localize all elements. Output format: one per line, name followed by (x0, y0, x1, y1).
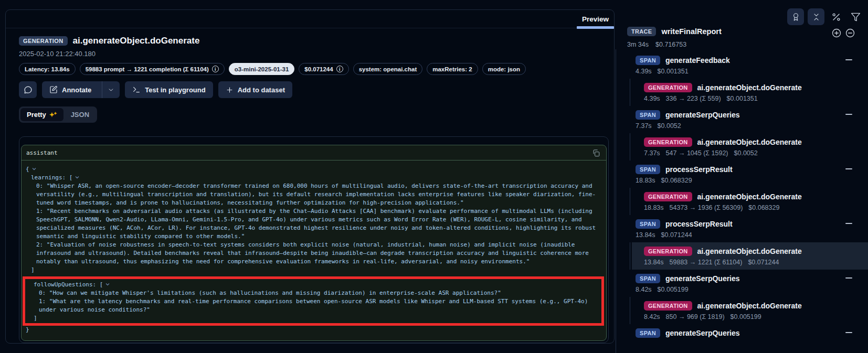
annotate-dropdown-button[interactable] (102, 81, 120, 98)
observation-type-badge: GENERATION (644, 192, 692, 201)
code-line: learnings: [ (26, 174, 601, 182)
trace-tree-row[interactable]: SPANprocessSerpResult18.83s$0.068329 (613, 161, 868, 188)
trace-tree-row[interactable]: SPANprocessSerpResult13.84s$0.071244 (613, 215, 868, 242)
observation-type-badge: GENERATION (644, 301, 692, 311)
code-text: 2: "Evaluation of noise robustness in sp… (36, 241, 592, 265)
output-container: assistant {learnings: [0: "Whisper ASR, … (19, 136, 609, 343)
copy-icon[interactable] (592, 149, 600, 157)
code-line: ] (28, 314, 598, 323)
observation-type-badge: GENERATION (19, 36, 68, 46)
collapse-chevron-icon[interactable] (75, 175, 80, 180)
show-metrics-button[interactable] (828, 9, 844, 25)
tab-preview[interactable]: Preview (577, 10, 614, 28)
meta-badge: $0.071244i (299, 63, 348, 75)
annotate-split-button: Annotate (42, 81, 120, 98)
badge-label: o3-mini-2025-01-31 (235, 66, 289, 72)
trace-tree-row[interactable]: SPANgenerateFeedback4.39s$0.001351 (613, 51, 868, 79)
observation-metrics: 13.84s$0.071244 (636, 231, 868, 239)
expand-all-button[interactable] (831, 28, 842, 38)
code-text: } (26, 326, 29, 333)
badge-label: Latency: 13.84s (25, 66, 70, 72)
observation-metrics: 4.39s336 → 223 (Σ 559)$0.001351 (644, 95, 868, 103)
observation-name: generateSerpQueries (665, 274, 740, 283)
meta-badge: system: openai.chat (353, 63, 423, 75)
collapse-row-button[interactable] (845, 277, 852, 279)
trace-root-row[interactable]: TRACE writeFinalReport (627, 27, 722, 36)
observation-type-badge: GENERATION (644, 137, 692, 147)
trace-tree-row[interactable]: GENERATIONai.generateObject.doGenerate7.… (613, 133, 868, 161)
observation-cost: $0.005199 (658, 286, 689, 294)
trace-tree-row[interactable]: GENERATIONai.generateObject.doGenerate8.… (613, 297, 868, 324)
observation-cost: $0.001351 (658, 68, 689, 76)
observation-duration: 7.37s (636, 122, 652, 130)
observation-duration: 13.84s (636, 231, 655, 239)
observation-type-badge: SPAN (636, 165, 660, 174)
observation-duration: 4.39s (644, 95, 660, 103)
sparkles-icon: ✦✦ (49, 112, 57, 118)
collapse-row-button[interactable] (845, 59, 852, 60)
trace-tree-row[interactable]: SPANgenerateSerpQueries8.42s$0.005199 (613, 270, 868, 297)
info-icon[interactable]: i (336, 66, 343, 72)
code-text: 0: "How can we mitigate Whisper's limita… (39, 290, 501, 296)
trace-tree-row[interactable]: SPANgenerateSerpQueries7.37s$0.0052 (613, 106, 868, 133)
sidebar-toolbar (787, 8, 863, 25)
meta-badge: maxRetries: 2 (427, 63, 478, 75)
observation-metrics: 13.84s59883 → 1221 (Σ 61104)$0.071244 (644, 259, 868, 266)
observation-name: generateSerpQueries (665, 329, 740, 337)
comment-button[interactable] (19, 81, 37, 98)
observation-metrics: 7.37s$0.0052 (636, 122, 868, 130)
trace-tree-sidebar: TRACE writeFinalReport 3m 34s $0.716753 … (613, 0, 868, 353)
trace-tree-row[interactable]: GENERATIONai.generateObject.doGenerate13… (613, 242, 868, 270)
collapse-row-button[interactable] (845, 332, 852, 333)
code-text: { (26, 166, 29, 173)
observation-name: ai.generateObject.doGenerate (697, 138, 802, 146)
observation-cost: $0.0052 (734, 149, 758, 157)
observation-name: ai.generateObject.doGenerate (697, 247, 802, 255)
observation-cost: $0.068329 (748, 204, 779, 212)
assistant-message-box: assistant {learnings: [0: "Whisper ASR, … (21, 145, 607, 341)
info-icon[interactable]: i (212, 66, 219, 72)
collapse-row-button[interactable] (845, 223, 852, 224)
filter-button[interactable] (848, 9, 863, 25)
badge-label: mode: json (488, 66, 520, 72)
observation-metrics: 8.42s850 → 969 (Σ 1819)$0.005199 (644, 313, 868, 321)
trace-badge: TRACE (627, 27, 656, 36)
code-text: 1: "Recent benchmarks on adversarial aud… (36, 208, 599, 240)
annotate-button[interactable]: Annotate (42, 81, 98, 98)
collapse-row-button[interactable] (845, 168, 852, 169)
observation-duration: 7.37s (644, 149, 660, 157)
tab-json[interactable]: JSON (65, 108, 96, 121)
terminal-icon (132, 85, 141, 94)
observation-duration: 18.83s (636, 177, 655, 185)
funnel-icon (851, 12, 861, 22)
trace-tree-row[interactable]: GENERATIONai.generateObject.doGenerate4.… (613, 79, 868, 106)
collapse-chevron-icon[interactable] (105, 282, 110, 287)
observation-metrics: 4.39s$0.001351 (636, 68, 868, 76)
code-line: 1: "What are the latency benchmarks and … (28, 297, 598, 314)
observation-cost: $0.071244 (748, 259, 779, 266)
percent-icon (831, 12, 841, 22)
observation-cost: $0.005199 (731, 313, 761, 321)
code-line: ] (26, 266, 601, 274)
message-role-label: assistant (26, 149, 58, 156)
trace-tree-row[interactable]: GENERATIONai.generateObject.doGenerate18… (613, 188, 868, 215)
trace-tree-row[interactable]: SPANgenerateSerpQueries (613, 324, 868, 341)
annotation-score-button[interactable] (787, 8, 804, 25)
trace-duration: 3m 34s (627, 41, 649, 48)
code-line: } (26, 326, 601, 334)
collapse-chevron-icon[interactable] (31, 166, 37, 172)
annotation-highlight-box: followUpQuestions: [0: "How can we mitig… (23, 276, 604, 326)
observation-name: processSerpResult (665, 220, 733, 228)
test-in-playground-button[interactable]: Test in playground (125, 81, 213, 98)
collapse-all-button[interactable] (845, 28, 855, 38)
observation-duration: 8.42s (644, 313, 660, 321)
tab-pretty[interactable]: Pretty ✦✦ (20, 108, 63, 121)
code-text: 0: "Whisper ASR, an open-source encoder–… (36, 183, 596, 206)
add-to-dataset-button[interactable]: Add to dataset (218, 81, 292, 98)
code-text: 1: "What are the latency benchmarks and … (39, 298, 591, 313)
observation-type-badge: GENERATION (644, 83, 692, 92)
collapse-view-button[interactable] (808, 8, 824, 25)
observation-type-badge: SPAN (636, 56, 660, 65)
observation-cost: $0.071244 (661, 231, 692, 239)
collapse-row-button[interactable] (845, 114, 852, 115)
